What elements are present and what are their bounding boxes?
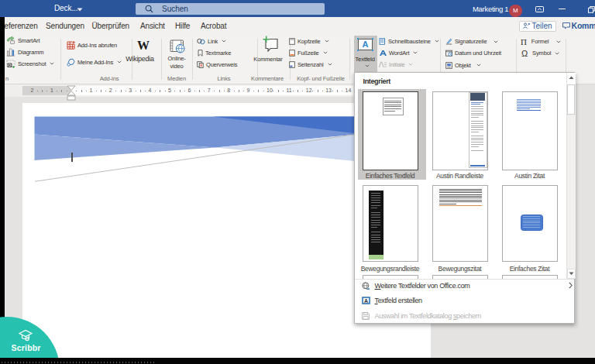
svg-text:A: A — [363, 298, 367, 304]
